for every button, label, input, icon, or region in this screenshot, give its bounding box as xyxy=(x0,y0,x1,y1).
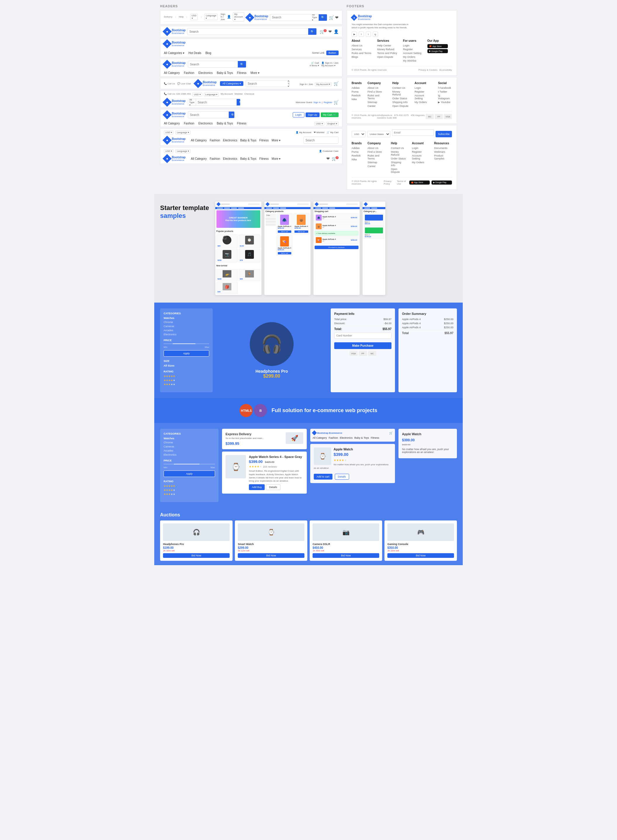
search-button-6[interactable]: 🔍 xyxy=(237,99,241,105)
bot-filter-cameras[interactable]: Cameras xyxy=(164,445,215,448)
search-input-6[interactable] xyxy=(196,99,237,105)
delivery-link[interactable]: Delivery xyxy=(164,15,172,18)
search-button-1[interactable]: 🔍 xyxy=(319,14,327,21)
template-preview-3[interactable]: Shopping cart 🧥 Apple AirPods 4 x1 $256.… xyxy=(313,201,360,295)
make-purchase-btn[interactable]: Make Purchase xyxy=(334,342,391,349)
account-6[interactable]: My Account xyxy=(221,93,233,96)
nav-9-baby[interactable]: Baby & Toys xyxy=(240,157,256,161)
register-link-6[interactable]: Register xyxy=(324,101,332,104)
cart-icon-1[interactable]: 🛒 xyxy=(329,15,334,20)
nav-7-baby[interactable]: Baby & Toys xyxy=(217,122,233,125)
nav-9-fitness[interactable]: Fitness xyxy=(260,157,269,161)
nav-8-baby[interactable]: Baby & Toys xyxy=(240,139,256,142)
filter-chrome[interactable]: Chrome xyxy=(164,321,209,324)
filter-electronics[interactable]: Electronics xyxy=(164,333,209,336)
template-preview-4[interactable]: Category pr... Item 1 $99.00 Item 2 $149… xyxy=(362,201,385,295)
wishlist-icon-1[interactable]: ❤ xyxy=(335,15,339,20)
cart-icon-9[interactable]: 🛒3 xyxy=(332,156,339,161)
language-8[interactable]: Language ▾ xyxy=(175,131,190,134)
cart-icon-6[interactable]: 🛒 xyxy=(334,100,339,105)
account-8[interactable]: 👤 My Account xyxy=(296,131,311,134)
nav-all-categories[interactable]: All Categories ▾ xyxy=(164,52,185,55)
mini-nav-fashion[interactable]: Fashion xyxy=(329,436,338,439)
header-button[interactable]: Button xyxy=(326,50,339,55)
currency-7[interactable]: USD ▾ xyxy=(314,122,324,125)
bot-filter-arcades[interactable]: Arcades xyxy=(164,449,215,452)
currency-8[interactable]: USD ▾ xyxy=(164,131,174,134)
allcat-btn-5[interactable]: All Categories ▾ xyxy=(220,81,244,86)
instagram-icon-1[interactable]: ig xyxy=(373,31,378,37)
nav-4-fitness[interactable]: Fitness xyxy=(237,71,246,74)
bid-btn-4[interactable]: Bid Now xyxy=(387,553,454,558)
details-detail-btn[interactable]: Details xyxy=(335,474,350,480)
help-link[interactable]: Help xyxy=(179,15,183,18)
bot-rating-3[interactable]: ★★★★★ xyxy=(164,493,215,496)
search-input-8[interactable] xyxy=(304,137,339,143)
filter-arcades[interactable]: Arcades xyxy=(164,329,209,332)
bot-filter-watches[interactable]: Watches xyxy=(164,437,215,440)
search-input-4[interactable] xyxy=(188,61,238,68)
search-input-1[interactable] xyxy=(270,14,311,21)
bot-filter-chrome[interactable]: Chrome xyxy=(164,441,215,444)
myaccount-5[interactable]: My Account ▾ xyxy=(315,83,332,86)
nav-8-fitness[interactable]: Fitness xyxy=(260,139,269,142)
nav-8-electronics[interactable]: Electronics xyxy=(223,139,237,142)
cart-icon-5[interactable]: 🛒 xyxy=(334,81,339,86)
bid-btn-3[interactable]: Bid Now xyxy=(313,553,379,558)
nav-4-allcat[interactable]: All Category xyxy=(164,71,180,74)
price-range[interactable] xyxy=(164,343,209,344)
checkout-btn-preview-3[interactable]: Proceed to checkout xyxy=(314,246,359,249)
nav-7-fitness[interactable]: Fitness xyxy=(237,122,246,125)
facebook-icon-1[interactable]: f xyxy=(359,31,364,37)
nav-4-more[interactable]: More ▾ xyxy=(251,71,260,74)
type-select-6[interactable]: All Type ▾ xyxy=(188,99,196,106)
bot-filter-electronics[interactable]: Electronics xyxy=(164,453,215,456)
googleplay-badge-3[interactable]: ▶ Google Play xyxy=(431,180,452,184)
currency-select[interactable]: USD ▾ xyxy=(190,14,198,20)
search-input-7[interactable] xyxy=(188,112,229,118)
signup-btn-7[interactable]: Sign Up xyxy=(306,112,320,117)
cart-icon-2[interactable]: 🛒2 xyxy=(320,29,326,34)
rating-5[interactable]: ★★★★★ xyxy=(164,375,209,378)
nav-9-allcat[interactable]: All Category xyxy=(191,157,207,161)
nav-9-more[interactable]: More ▾ xyxy=(272,157,281,161)
filter-cameras[interactable]: Cameras xyxy=(164,325,209,328)
bid-btn-1[interactable]: Bid Now xyxy=(163,553,230,558)
bot-rating-5[interactable]: ★★★★★ xyxy=(164,485,215,488)
mycart-btn-7[interactable]: My Cart 🛒 xyxy=(321,112,339,117)
nav-8-fashion[interactable]: Fashion xyxy=(210,139,220,142)
privacy-link-3[interactable]: Privacy Policy xyxy=(384,180,397,185)
terms-link-3[interactable]: Terms of Use xyxy=(397,180,409,185)
cart-8[interactable]: 🛒 My Cart xyxy=(326,131,338,134)
mini-nav-electronics[interactable]: Electronics xyxy=(340,436,353,439)
account-icon-2[interactable]: 👤 xyxy=(334,29,339,34)
language-6[interactable]: Language ▾ xyxy=(204,93,219,96)
search-input-2[interactable] xyxy=(187,28,308,35)
search-button-2[interactable]: 🔍 xyxy=(308,28,316,35)
nav-7-fashion[interactable]: Fashion xyxy=(184,122,194,125)
youtube-icon-1[interactable]: ▶ xyxy=(352,31,357,37)
country-select-3[interactable]: United States xyxy=(367,131,390,137)
wishlist-6[interactable]: Wishlist xyxy=(235,93,243,96)
appstore-badge-1[interactable]: 🍎 App Store xyxy=(427,44,448,48)
apply-filter-btn[interactable]: Apply xyxy=(164,350,209,357)
nav-9-electronics[interactable]: Electronics xyxy=(223,157,237,161)
rating-4[interactable]: ★★★★★ xyxy=(164,379,209,382)
signin-5[interactable]: Sign In / Join xyxy=(300,83,313,85)
login-btn-7[interactable]: Login xyxy=(293,112,304,117)
nav-9-fashion[interactable]: Fashion xyxy=(210,157,220,161)
add-to-cart-preview-2c[interactable]: Add to cart xyxy=(278,252,292,254)
add-to-cart-preview-2[interactable]: Add to cart xyxy=(278,230,292,233)
type-select-5[interactable]: All Type ▾ xyxy=(286,80,289,87)
bot-apply-btn[interactable]: Apply xyxy=(164,470,215,477)
mini-cart-icon[interactable]: 🛒 xyxy=(389,432,393,435)
mini-nav-fitness[interactable]: Fitness xyxy=(371,436,379,439)
watch-buy-btn[interactable]: Add Buy xyxy=(249,484,265,490)
nav-4-baby[interactable]: Baby & Toys xyxy=(217,71,233,74)
email-input-3[interactable] xyxy=(392,130,434,136)
watch-details-btn[interactable]: Details xyxy=(266,484,280,490)
signin-link[interactable]: Sign In / Join xyxy=(221,13,225,21)
language-select[interactable]: Language ▾ xyxy=(204,14,218,20)
search-button-7[interactable]: 🔍 xyxy=(229,112,235,118)
filter-watches[interactable]: Watches xyxy=(164,317,209,320)
